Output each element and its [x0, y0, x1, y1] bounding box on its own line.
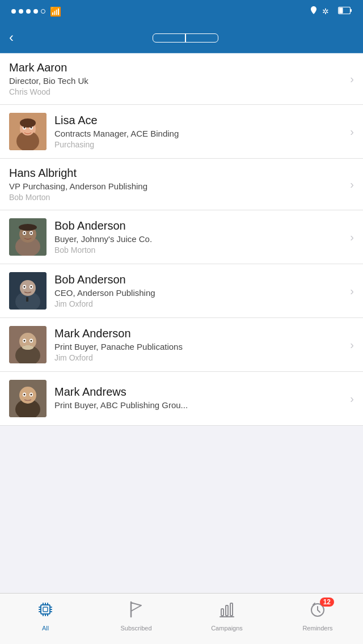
svg-point-42 [31, 394, 32, 396]
contact-list: Mark Aaron Director, Bio Tech Uk Chris W… [0, 53, 363, 426]
chip-icon [37, 601, 54, 622]
avatar [9, 218, 47, 256]
tab-all-label: All [42, 625, 49, 632]
item-content: Bob Anderson CEO, Anderson Publishing Ji… [54, 273, 344, 308]
list-item[interactable]: Bob Anderson CEO, Anderson Publishing Ji… [0, 264, 363, 318]
dot-2 [19, 9, 23, 14]
svg-point-41 [24, 394, 26, 396]
svg-rect-27 [26, 297, 28, 302]
chevron-right-icon: › [350, 285, 354, 298]
list-item[interactable]: Mark Andrews Print Buyer, ABC Publishing… [0, 372, 363, 426]
list-item[interactable]: Hans Albright VP Purchasing, Anderson Pu… [0, 159, 363, 210]
svg-point-35 [22, 345, 33, 350]
svg-point-18 [31, 232, 32, 234]
battery-icon [338, 7, 352, 16]
item-owner: Jim Oxford [54, 353, 344, 362]
chevron-right-icon: › [350, 125, 354, 138]
back-chevron-icon: ‹ [9, 31, 14, 44]
avatar [9, 113, 47, 150]
dot-1 [11, 9, 16, 14]
signal-dots [11, 9, 45, 14]
list-item[interactable]: Mark Anderson Print Buyer, Panache Publi… [0, 318, 363, 372]
filter-button[interactable] [186, 34, 218, 42]
avatar [9, 380, 47, 417]
svg-point-11 [20, 118, 36, 128]
item-name: Mark Andrews [54, 385, 344, 399]
tab-campaigns-label: Campaigns [211, 625, 243, 632]
segment-control [153, 33, 218, 43]
chevron-right-icon: › [350, 338, 354, 351]
item-content: Hans Albright VP Purchasing, Anderson Pu… [9, 167, 344, 202]
svg-rect-2 [339, 8, 343, 14]
tab-bar: All Subscribed Campaigns [0, 593, 363, 644]
nav-bar: ‹ [0, 23, 363, 53]
svg-rect-58 [221, 609, 223, 616]
chevron-right-icon: › [350, 178, 354, 191]
item-name: Mark Anderson [54, 327, 344, 340]
status-bar: 📶 ✲ [0, 0, 363, 23]
item-name: Hans Albright [9, 167, 344, 180]
svg-point-25 [24, 286, 26, 288]
item-owner: Jim Oxford [54, 299, 344, 308]
chevron-right-icon: › [350, 73, 354, 86]
svg-line-64 [318, 610, 320, 612]
dot-3 [26, 9, 31, 14]
tab-campaigns[interactable]: Campaigns [182, 594, 272, 644]
list-item[interactable]: Mark Aaron Director, Bio Tech Uk Chris W… [0, 53, 363, 105]
item-title: Contracts Manager, ACE Binding [54, 129, 344, 138]
bluetooth-icon: ✲ [322, 7, 329, 16]
item-name: Bob Anderson [54, 273, 344, 286]
chevron-right-icon: › [350, 231, 354, 244]
item-content: Mark Anderson Print Buyer, Panache Publi… [54, 327, 344, 362]
svg-point-22 [20, 280, 36, 296]
avatar [9, 326, 47, 363]
item-title: Print Buyer, ABC Publishing Grou... [54, 400, 344, 410]
item-title: Buyer, Johnny's Juice Co. [54, 234, 344, 244]
location-icon [310, 6, 318, 17]
reminders-badge-container: 12 [309, 601, 326, 622]
svg-point-17 [24, 232, 26, 234]
item-title: VP Purchasing, Anderson Publishing [9, 181, 344, 191]
svg-point-26 [31, 286, 32, 288]
svg-rect-59 [226, 605, 228, 616]
item-name: Mark Aaron [9, 61, 344, 74]
campaigns-icon [218, 601, 236, 622]
status-left: 📶 [11, 6, 61, 17]
dot-4 [33, 9, 38, 14]
tab-all[interactable]: All [0, 594, 91, 644]
status-right: ✲ [310, 6, 352, 17]
svg-point-33 [24, 340, 26, 342]
svg-rect-43 [41, 605, 50, 614]
item-content: Mark Andrews Print Buyer, ABC Publishing… [54, 385, 344, 412]
tab-subscribed[interactable]: Subscribed [91, 594, 182, 644]
avatar [9, 272, 47, 310]
item-title: CEO, Anderson Publishing [54, 288, 344, 298]
item-name: Lisa Ace [54, 114, 344, 127]
item-owner: Chris Wood [9, 87, 344, 96]
wifi-icon: 📶 [50, 6, 61, 17]
content-area: Mark Aaron Director, Bio Tech Uk Chris W… [0, 53, 363, 477]
svg-point-38 [19, 387, 36, 404]
svg-rect-1 [351, 9, 352, 12]
dot-5 [41, 9, 45, 14]
item-title: Director, Bio Tech Uk [9, 76, 344, 86]
flag-icon [129, 601, 143, 622]
item-owner: Purchasing [54, 140, 344, 149]
chevron-right-icon: › [350, 392, 354, 405]
tab-subscribed-label: Subscribed [120, 625, 151, 632]
svg-point-34 [31, 340, 32, 342]
item-owner: Bob Morton [9, 193, 344, 202]
map-button[interactable] [153, 34, 185, 42]
back-button[interactable]: ‹ [9, 32, 17, 44]
svg-rect-44 [43, 607, 48, 612]
list-item[interactable]: Bob Anderson Buyer, Johnny's Juice Co. B… [0, 210, 363, 264]
tab-reminders-label: Reminders [302, 625, 332, 632]
item-owner: Bob Morton [54, 245, 344, 255]
item-name: Bob Anderson [54, 219, 344, 232]
reminders-badge: 12 [320, 598, 334, 607]
svg-rect-60 [230, 603, 233, 616]
item-content: Bob Anderson Buyer, Johnny's Juice Co. B… [54, 219, 344, 255]
tab-reminders[interactable]: 12 Reminders [272, 594, 363, 644]
item-content: Lisa Ace Contracts Manager, ACE Binding … [54, 114, 344, 149]
list-item[interactable]: Lisa Ace Contracts Manager, ACE Binding … [0, 105, 363, 159]
